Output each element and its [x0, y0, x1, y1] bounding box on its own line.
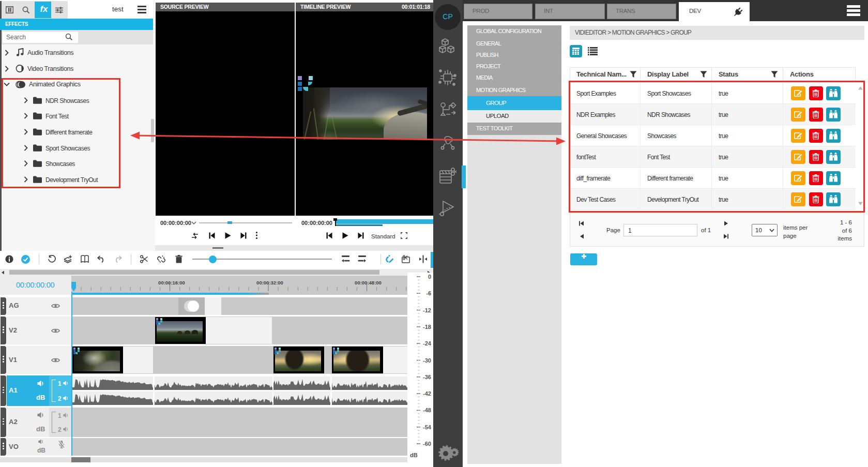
svg-text:-60: -60 — [423, 441, 431, 447]
svg-text:-36: -36 — [423, 374, 431, 380]
svg-text:-6: -6 — [426, 290, 431, 296]
svg-text:-42: -42 — [423, 390, 431, 397]
svg-text:-48: -48 — [423, 407, 431, 413]
svg-text:-54: -54 — [423, 424, 432, 430]
svg-text:0: 0 — [428, 274, 431, 280]
svg-text:-30: -30 — [423, 357, 431, 364]
svg-text:-24: -24 — [423, 340, 432, 347]
svg-text:-18: -18 — [423, 324, 431, 330]
svg-text:dB: dB — [410, 452, 418, 458]
svg-text:-12: -12 — [423, 307, 431, 313]
